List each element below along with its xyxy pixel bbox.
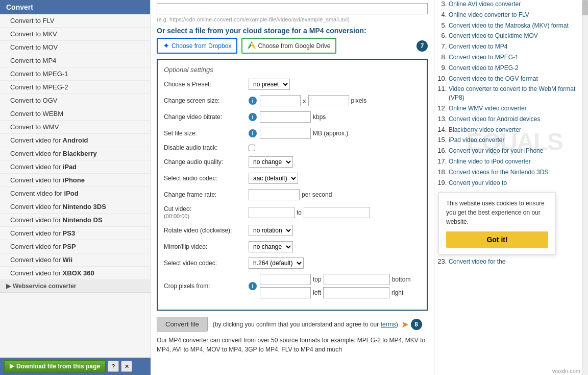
sidebar-item-ps3[interactable]: Convert video for PS3 <box>0 227 150 240</box>
screen-size-info-icon[interactable]: i <box>249 97 257 105</box>
list-item: Convert video for the <box>449 257 578 266</box>
list-item-link[interactable]: iPad video converter <box>449 136 504 144</box>
sidebar-item-mpeg1[interactable]: Convert to MPEG-1 <box>0 67 150 81</box>
right-scrollbar[interactable] <box>582 0 588 375</box>
list-item-link[interactable]: Blackberry video converter <box>449 126 521 133</box>
list-item-link[interactable]: Convert video to MP4 <box>449 43 507 50</box>
list-item-link[interactable]: Convert video for Android devices <box>449 115 540 123</box>
wsxdn-watermark: wsxdn.com <box>552 368 580 374</box>
screen-size-row: Change screen size: i x pixels <box>164 95 421 106</box>
list-item-link[interactable]: Convert video to the Matroska (MKV) form… <box>449 22 569 29</box>
list-item: Online video converter to FLV <box>449 11 578 19</box>
list-item-link[interactable]: Convert your video for your iPhone <box>449 147 543 154</box>
svg-marker-2 <box>252 43 256 49</box>
got-it-button[interactable]: Got it! <box>446 231 548 248</box>
rotate-select[interactable]: no rotation <box>249 225 293 236</box>
help-icon-button[interactable]: ? <box>108 361 119 372</box>
x-separator: x <box>303 97 306 105</box>
list-item-link[interactable]: Convert video to Quicktime MOV <box>449 32 538 39</box>
crop-left-label: left <box>313 289 321 296</box>
sidebar-item-ogv[interactable]: Convert to OGV <box>0 94 150 107</box>
sidebar-item-xbox[interactable]: Convert video for XBOX 360 <box>0 267 150 280</box>
dropbox-button[interactable]: ✦ Choose from Dropbox <box>157 38 237 54</box>
crop-info-icon[interactable]: i <box>249 282 257 290</box>
preset-label: Choose a Preset: <box>164 81 246 88</box>
filesize-input[interactable] <box>260 128 311 139</box>
video-codec-select[interactable]: h.264 (default) <box>249 257 304 269</box>
list-item-link[interactable]: Online video to iPod converter <box>449 158 531 165</box>
screen-height-input[interactable] <box>308 95 349 106</box>
download-bar: Download file from this page ? ✕ <box>0 358 151 375</box>
convert-file-button[interactable]: Convert file <box>157 317 208 332</box>
list-item-link[interactable]: Convert video to MPEG-1 <box>449 54 519 61</box>
list-item-link[interactable]: Convert video for the <box>449 258 505 265</box>
list-item-link[interactable]: Online video converter to FLV <box>449 11 529 18</box>
filesize-info-icon[interactable]: i <box>249 129 257 137</box>
cut-video-row: Cut video: (00:00:00) to <box>164 205 421 220</box>
list-item-link[interactable]: Convert your video to <box>449 179 507 186</box>
sidebar-item-psp[interactable]: Convert video for PSP <box>0 240 150 253</box>
scrollbar-thumb[interactable] <box>582 0 588 15</box>
cut-end-input[interactable] <box>304 207 370 218</box>
mirror-select[interactable]: no change <box>249 241 293 252</box>
sidebar-item-webm[interactable]: Convert to WEBM <box>0 107 150 121</box>
framerate-row: Change frame rate: per second <box>164 189 421 200</box>
list-item-link[interactable]: Online AVI video converter <box>449 1 521 8</box>
list-item: Online AVI video converter <box>449 0 578 9</box>
preset-select[interactable]: no preset <box>249 79 290 90</box>
audio-track-checkbox[interactable] <box>249 145 255 151</box>
crop-bottom-input[interactable] <box>324 274 390 285</box>
bitrate-row: Change video bitrate: i kbps <box>164 111 421 123</box>
list-item-link[interactable]: Online WMV video converter <box>449 105 527 112</box>
close-icon-button[interactable]: ✕ <box>121 361 132 372</box>
audio-quality-select[interactable]: no change <box>249 156 293 168</box>
sidebar-item-wmv[interactable]: Convert to WMV <box>0 121 150 134</box>
file-url-input[interactable] <box>157 3 428 14</box>
filesize-row: Set file size: i MB (approx.) <box>164 128 421 139</box>
framerate-input[interactable] <box>249 189 300 200</box>
sidebar-item-mp4[interactable]: Convert to MP4 <box>0 54 150 67</box>
list-item-link[interactable]: Convert video to the OGV format <box>449 75 538 82</box>
sidebar-item-ipad[interactable]: Convert video for iPad <box>0 160 150 174</box>
sidebar-item-nintendods[interactable]: Convert video for Nintendo DS <box>0 214 150 227</box>
sidebar-item-flv[interactable]: Convert to FLV <box>0 14 150 28</box>
audio-codec-select[interactable]: aac (default) <box>249 173 298 184</box>
sidebar-item-iphone[interactable]: Convert video for iPhone <box>0 174 150 187</box>
screen-width-input[interactable] <box>260 95 301 106</box>
sidebar-item-mkv[interactable]: Convert to MKV <box>0 28 150 41</box>
crop-top-input[interactable] <box>260 274 311 285</box>
crop-left-input[interactable] <box>260 287 311 298</box>
bitrate-info-icon[interactable]: i <box>249 113 257 121</box>
sidebar-item-blackberry[interactable]: Convert video for Blackberry <box>0 147 150 160</box>
list-item-link[interactable]: Video converter to convert to the WebM f… <box>449 85 575 101</box>
crop-right-input[interactable] <box>323 287 389 298</box>
bitrate-input[interactable] <box>260 111 311 123</box>
main-content: (e.g. https://cdn.online-convert.com/exa… <box>151 0 434 375</box>
sidebar-item-mpeg2[interactable]: Convert to MPEG-2 <box>0 81 150 94</box>
list-item: Convert your video to <box>449 179 578 188</box>
list-item: Convert videos for the Nintendo 3DS <box>449 168 578 177</box>
step7-badge: 7 <box>416 40 428 52</box>
list-item: Convert video to Quicktime MOV <box>449 32 578 40</box>
list-item-link[interactable]: Convert videos for the Nintendo 3DS <box>449 169 548 176</box>
left-sidebar: Convert Convert to FLV Convert to MKV Co… <box>0 0 151 375</box>
list-item-link[interactable]: Convert video to MPEG-2 <box>449 64 519 72</box>
sidebar-item-ipod[interactable]: Convent video for iPod <box>0 187 150 200</box>
list-item: Video converter to convert to the WebM f… <box>449 85 578 102</box>
terms-link[interactable]: terms <box>381 321 396 328</box>
screen-size-label: Change screen size: <box>164 97 246 104</box>
sidebar-webservice[interactable]: ▶ Webservice converter <box>0 280 150 293</box>
crop-bottom-label: bottom <box>392 276 411 283</box>
audio-track-row: Disable audio track: <box>164 144 421 151</box>
sidebar-item-wii[interactable]: Convert video for Wii <box>0 253 150 267</box>
sidebar-item-mov[interactable]: Convert to MOV <box>0 41 150 54</box>
download-file-button[interactable]: Download file from this page <box>4 360 106 372</box>
convert-file-row: Convert file (by clicking you confirm th… <box>157 317 428 332</box>
mp4-description: Our MP4 converter can convert from over … <box>157 336 428 354</box>
sidebar-item-nintendo3ds[interactable]: Convert video for Nintendo 3DS <box>0 200 150 214</box>
cut-start-input[interactable] <box>249 207 295 218</box>
gdrive-button[interactable]: Choose from Google Drive <box>241 38 336 54</box>
list-item: iPad video converter <box>449 136 578 145</box>
sidebar-item-android[interactable]: Convert video for Android <box>0 134 150 147</box>
framerate-label: Change frame rate: <box>164 191 246 198</box>
